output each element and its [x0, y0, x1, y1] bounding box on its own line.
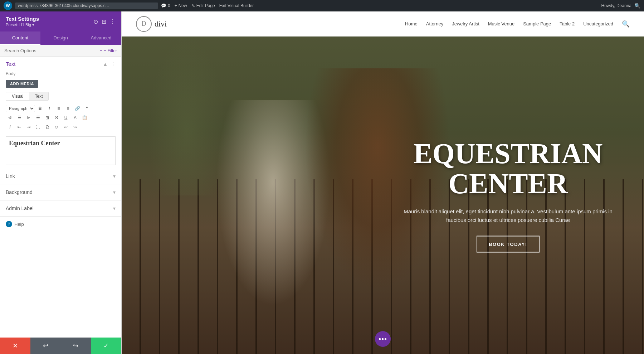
help-section: ? Help	[0, 216, 121, 232]
text-section-icons: ▲ ⋮	[103, 61, 116, 67]
howdy-text: Howdy, Deanna	[601, 3, 632, 8]
unordered-list-button[interactable]: ≡	[54, 104, 63, 113]
table-button[interactable]: ⊞	[43, 113, 52, 122]
nav-sample-page[interactable]: Sample Page	[523, 21, 551, 26]
nav-table-2[interactable]: Table 2	[560, 21, 575, 26]
background-label: Background	[6, 189, 33, 195]
admin-label-section[interactable]: Admin Label ▾	[0, 200, 121, 216]
section-more-icon[interactable]: ⋮	[111, 61, 116, 67]
wp-logo-icon[interactable]: W	[4, 1, 12, 10]
paste-button[interactable]: 📋	[80, 113, 89, 122]
link-chevron-icon: ▾	[113, 173, 116, 179]
redo-editor-button[interactable]: ↪	[71, 123, 79, 131]
toolbar-row-3: I ⇤ ⇥ ⛶ Ω ☺ ↩ ↪	[6, 123, 116, 131]
more-icon[interactable]: ⋮	[110, 18, 116, 25]
underline-button[interactable]: U	[62, 113, 70, 122]
hero-title: EQUESTRIAN CENTER	[401, 138, 615, 198]
justify-button[interactable]: ☰	[34, 113, 42, 122]
cancel-icon: ✕	[13, 342, 18, 350]
tab-advanced[interactable]: Advanced	[81, 31, 121, 45]
wp-nav: D divi Home Attorney Jewelry Artist Musi…	[122, 11, 644, 37]
bottom-action-bar: ✕ ↩ ↪ ✓	[0, 338, 121, 354]
site-url[interactable]: wordpress-784896-3610405.cloudwaysapps.c…	[15, 3, 158, 9]
admin-search-icon[interactable]: 🔍	[634, 3, 640, 9]
edit-page-button[interactable]: ✎ Edit Page	[191, 3, 215, 8]
align-center-button[interactable]: ☰	[15, 113, 24, 122]
focus-icon[interactable]: ⊙	[93, 18, 98, 25]
help-button[interactable]: Help	[14, 222, 24, 227]
cancel-button[interactable]: ✕	[0, 338, 30, 354]
emoji-button[interactable]: ☺	[52, 123, 61, 131]
floating-menu-button[interactable]: •••	[375, 331, 391, 347]
tab-design[interactable]: Design	[40, 31, 81, 45]
preset-dropdown-icon: ▾	[32, 23, 34, 27]
background-chevron-icon: ▾	[113, 189, 116, 195]
link-label: Link	[6, 173, 15, 179]
text-tab[interactable]: Text	[29, 92, 48, 100]
tab-content[interactable]: Content	[0, 31, 40, 45]
italic-button[interactable]: I	[45, 104, 54, 113]
panel-tabs: Content Design Advanced	[0, 31, 121, 45]
new-button[interactable]: + New	[175, 3, 187, 8]
align-right-button[interactable]: ⫸	[24, 113, 33, 122]
help-icon: ?	[6, 221, 12, 227]
left-panel: Text Settings Preset: H1 Big ▾ ⊙ ⊞ ⋮ Con…	[0, 11, 122, 354]
background-section[interactable]: Background ▾	[0, 184, 121, 200]
fullscreen-button[interactable]: ⛶	[34, 123, 42, 131]
editor-tabs: Visual Text	[6, 92, 49, 101]
logo-text: divi	[155, 19, 167, 29]
save-icon: ✓	[103, 342, 109, 350]
nav-search-icon[interactable]: 🔍	[622, 20, 630, 28]
undo-editor-button[interactable]: ↩	[62, 123, 70, 131]
editor-content[interactable]: Equestrian Center	[6, 136, 116, 165]
nav-music-venue[interactable]: Music Venue	[488, 21, 514, 26]
paragraph-select[interactable]: Paragraph Heading 1 Heading 2	[6, 105, 35, 112]
logo-circle: D	[136, 16, 152, 32]
link-section[interactable]: Link ▾	[0, 168, 121, 184]
wp-admin-bar: W wordpress-784896-3610405.cloudwaysapps…	[0, 0, 644, 11]
editor-toolbar: Paragraph Heading 1 Heading 2 B I ≡ ≡ 🔗 …	[0, 103, 121, 134]
panel-title: Text Settings	[6, 16, 39, 22]
nav-attorney[interactable]: Attorney	[426, 21, 443, 26]
strikethrough-button[interactable]: S	[52, 113, 61, 122]
columns-icon[interactable]: ⊞	[102, 18, 106, 25]
text-section-title: Text	[6, 61, 16, 67]
search-input[interactable]	[4, 48, 100, 53]
panel-search-bar: + + Filter	[0, 45, 121, 57]
tree-left	[148, 37, 226, 195]
comment-icon: 💬	[161, 3, 166, 8]
visual-tab[interactable]: Visual	[6, 92, 29, 100]
redo-button[interactable]: ↪	[61, 338, 91, 354]
undo-button[interactable]: ↩	[30, 338, 61, 354]
admin-label-text: Admin Label	[6, 205, 34, 211]
blockquote-button[interactable]: ❝	[82, 104, 91, 113]
filter-button[interactable]: + + Filter	[100, 48, 117, 53]
exit-builder-button[interactable]: Exit Visual Builder	[219, 3, 254, 8]
right-content: D divi Home Attorney Jewelry Artist Musi…	[122, 11, 644, 354]
panel-preset[interactable]: Preset: H1 Big ▾	[6, 23, 39, 27]
nav-uncategorized[interactable]: Uncategorized	[583, 21, 613, 26]
omega-button[interactable]: Ω	[43, 123, 52, 131]
nav-jewelry-artist[interactable]: Jewelry Artist	[452, 21, 479, 26]
site-logo: D divi	[136, 16, 167, 32]
text-section: Text ▲ ⋮ Body ADD MEDIA Visual Text	[0, 57, 121, 165]
indent-right-button[interactable]: ⇥	[24, 123, 33, 131]
panel-header: Text Settings Preset: H1 Big ▾ ⊙ ⊞ ⋮	[0, 11, 121, 31]
add-media-button[interactable]: ADD MEDIA	[6, 80, 38, 88]
italic2-button[interactable]: I	[6, 123, 14, 131]
ordered-list-button[interactable]: ≡	[64, 104, 72, 113]
link-button[interactable]: 🔗	[73, 104, 82, 113]
bold-button[interactable]: B	[36, 104, 44, 113]
panel-header-icons: ⊙ ⊞ ⋮	[93, 18, 116, 25]
collapse-icon[interactable]: ▲	[103, 61, 108, 67]
nav-home[interactable]: Home	[405, 21, 418, 26]
toolbar-row-2: ⫷ ☰ ⫸ ☰ ⊞ S U A 📋	[6, 113, 116, 122]
book-today-button[interactable]: BOOK TODAY!	[477, 236, 540, 252]
undo-icon: ↩	[43, 342, 48, 350]
align-left-button[interactable]: ⫷	[6, 113, 14, 122]
indent-left-button[interactable]: ⇤	[15, 123, 24, 131]
text-color-button[interactable]: A	[71, 113, 79, 122]
save-button[interactable]: ✓	[91, 338, 121, 354]
admin-label-chevron-icon: ▾	[113, 205, 116, 211]
comments-button[interactable]: 💬 0	[161, 3, 170, 8]
